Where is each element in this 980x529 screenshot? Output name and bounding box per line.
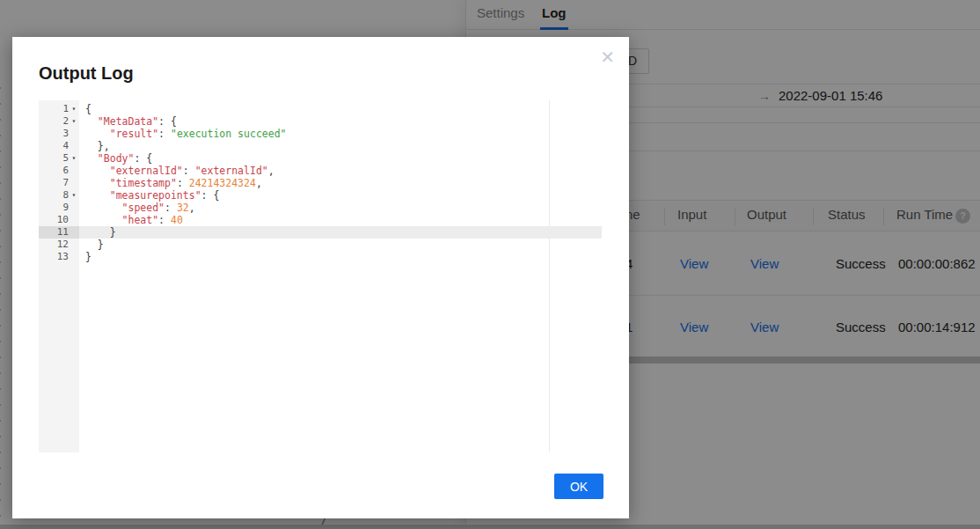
- code-line-text: {: [79, 103, 91, 115]
- code-line-text: },: [79, 140, 110, 152]
- editor-line[interactable]: 1▾{: [39, 103, 602, 115]
- line-number: 11: [39, 226, 79, 239]
- line-number: 4: [39, 140, 79, 152]
- line-number: 2▾: [39, 115, 79, 128]
- close-icon[interactable]: ✕: [600, 48, 615, 66]
- editor-line[interactable]: 3 "result": "execution succeed": [39, 128, 602, 140]
- line-number: 10: [39, 214, 79, 226]
- editor-line[interactable]: 11 }: [39, 226, 602, 239]
- line-number: 7: [39, 177, 79, 189]
- editor-line[interactable]: 8▾ "measurepoints": {: [39, 189, 602, 202]
- code-line-text: "measurepoints": {: [79, 189, 219, 202]
- code-line-text: "heat": 40: [79, 214, 183, 226]
- line-number: 6: [39, 165, 79, 177]
- editor-line[interactable]: 10 "heat": 40: [39, 214, 602, 226]
- code-line-text: }: [79, 226, 116, 239]
- dialog-title: Output Log: [39, 63, 134, 84]
- line-number: 5▾: [39, 152, 79, 165]
- output-log-dialog: Output Log ✕ 1▾{2▾ "MetaData": {3 "resul…: [12, 37, 629, 518]
- ok-button[interactable]: OK: [554, 474, 603, 499]
- code-line-text: "externalId": "externalId",: [79, 165, 274, 177]
- code-editor-lines: 1▾{2▾ "MetaData": {3 "result": "executio…: [39, 103, 602, 263]
- fold-arrow-icon[interactable]: ▾: [69, 152, 79, 165]
- fold-arrow-icon[interactable]: ▾: [69, 103, 79, 115]
- fold-arrow-icon[interactable]: ▾: [69, 115, 79, 128]
- line-number: 12: [39, 239, 79, 251]
- json-code-editor[interactable]: 1▾{2▾ "MetaData": {3 "result": "executio…: [39, 100, 602, 452]
- editor-line[interactable]: 13}: [39, 251, 602, 263]
- code-line-text: "timestamp": 24214324324,: [79, 177, 262, 189]
- line-number: 8▾: [39, 189, 79, 202]
- editor-line[interactable]: 5▾ "Body": {: [39, 152, 602, 165]
- code-line-text: }: [79, 251, 91, 263]
- code-line-text: "Body": {: [79, 152, 152, 165]
- editor-line[interactable]: 7 "timestamp": 24214324324,: [39, 177, 602, 189]
- line-number: 1▾: [39, 103, 79, 115]
- editor-line[interactable]: 9 "speed": 32,: [39, 202, 602, 214]
- line-number: 13: [39, 251, 79, 263]
- editor-line[interactable]: 12 }: [39, 239, 602, 251]
- line-number: 9: [39, 202, 79, 214]
- code-line-text: "speed": 32,: [79, 202, 195, 214]
- code-line-text: "MetaData": {: [79, 115, 177, 128]
- editor-line[interactable]: 4 },: [39, 140, 602, 152]
- editor-line[interactable]: 2▾ "MetaData": {: [39, 115, 602, 128]
- code-line-text: }: [79, 239, 104, 251]
- editor-line[interactable]: 6 "externalId": "externalId",: [39, 165, 602, 177]
- line-number: 3: [39, 128, 79, 140]
- code-line-text: "result": "execution succeed": [79, 128, 287, 140]
- fold-arrow-icon[interactable]: ▾: [69, 189, 79, 202]
